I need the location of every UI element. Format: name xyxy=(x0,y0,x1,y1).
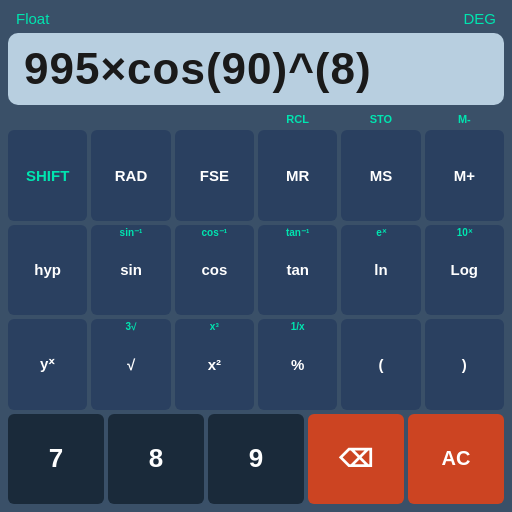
ln-button[interactable]: eˣ ln xyxy=(341,225,420,316)
yx-button[interactable]: yˣ xyxy=(8,319,87,410)
button-row-2: hyp sin⁻¹ sin cos⁻¹ cos tan⁻¹ tan eˣ ln … xyxy=(8,225,504,316)
seven-button[interactable]: 7 xyxy=(8,414,104,505)
status-bar: Float DEG xyxy=(8,8,504,29)
lparen-button[interactable]: ( xyxy=(341,319,420,410)
hyp-button[interactable]: hyp xyxy=(8,225,87,316)
mr-button[interactable]: MR xyxy=(258,130,337,221)
rad-button[interactable]: RAD xyxy=(91,130,170,221)
button-grid: RCL STO M- SHIFT RAD FSE MR MS M+ hyp si… xyxy=(8,113,504,504)
ac-button[interactable]: AC xyxy=(408,414,504,505)
fse-button[interactable]: FSE xyxy=(175,130,254,221)
sqrt-button[interactable]: 3√ √ xyxy=(91,319,170,410)
float-label: Float xyxy=(16,10,49,27)
rcl-label: RCL xyxy=(258,113,337,126)
rparen-button[interactable]: ) xyxy=(425,319,504,410)
display-expression: 995×cos(90)^(8) xyxy=(24,44,372,94)
nine-button[interactable]: 9 xyxy=(208,414,304,505)
shift-button[interactable]: SHIFT xyxy=(8,130,87,221)
button-row-4: 7 8 9 ⌫ AC xyxy=(8,414,504,505)
cos-button[interactable]: cos⁻¹ cos xyxy=(175,225,254,316)
tan-button[interactable]: tan⁻¹ tan xyxy=(258,225,337,316)
top-labels-row: RCL STO M- xyxy=(8,113,504,126)
percent-button[interactable]: 1/x % xyxy=(258,319,337,410)
ms-button[interactable]: MS xyxy=(341,130,420,221)
button-row-3: yˣ 3√ √ x³ x² 1/x % ( ) xyxy=(8,319,504,410)
eight-button[interactable]: 8 xyxy=(108,414,204,505)
button-row-1: SHIFT RAD FSE MR MS M+ xyxy=(8,130,504,221)
calculator-display: 995×cos(90)^(8) xyxy=(8,33,504,105)
x2-button[interactable]: x³ x² xyxy=(175,319,254,410)
mminus-label: M- xyxy=(425,113,504,126)
sto-label: STO xyxy=(341,113,420,126)
mplus-button[interactable]: M+ xyxy=(425,130,504,221)
backspace-button[interactable]: ⌫ xyxy=(308,414,404,505)
log-button[interactable]: 10ˣ Log xyxy=(425,225,504,316)
deg-label: DEG xyxy=(463,10,496,27)
sin-button[interactable]: sin⁻¹ sin xyxy=(91,225,170,316)
